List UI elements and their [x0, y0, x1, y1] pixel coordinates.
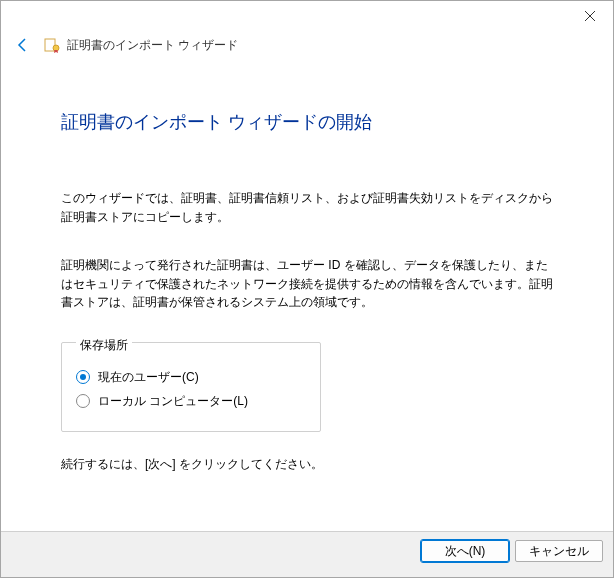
radio-current-user-label: 現在のユーザー(C)	[98, 369, 199, 386]
radio-icon	[76, 370, 90, 384]
intro-paragraph-2: 証明機関によって発行された証明書は、ユーザー ID を確認し、データを保護したり…	[61, 256, 553, 312]
intro-paragraph-1: このウィザードでは、証明書、証明書信頼リスト、および証明書失効リストをディスクか…	[61, 189, 553, 226]
radio-current-user[interactable]: 現在のユーザー(C)	[76, 369, 306, 386]
next-button[interactable]: 次へ(N)	[421, 540, 509, 562]
titlebar	[1, 1, 613, 31]
continue-instruction: 続行するには、[次へ] をクリックしてください。	[61, 456, 553, 473]
fieldset-legend: 保存場所	[76, 337, 132, 354]
store-location-fieldset: 保存場所 現在のユーザー(C) ローカル コンピューター(L)	[61, 342, 321, 432]
cancel-button[interactable]: キャンセル	[515, 540, 603, 562]
wizard-heading: 証明書のインポート ウィザードの開始	[61, 110, 553, 134]
back-button[interactable]	[13, 35, 33, 55]
wizard-footer: 次へ(N) キャンセル	[1, 531, 613, 569]
radio-local-machine-label: ローカル コンピューター(L)	[98, 393, 248, 410]
wizard-header: 証明書のインポート ウィザード	[1, 31, 613, 65]
close-button[interactable]	[567, 1, 613, 31]
close-icon	[585, 11, 595, 21]
back-arrow-icon	[15, 37, 31, 53]
radio-icon	[76, 394, 90, 408]
certificate-icon	[43, 36, 61, 54]
wizard-content: 証明書のインポート ウィザードの開始 このウィザードでは、証明書、証明書信頼リス…	[1, 65, 613, 531]
window-title: 証明書のインポート ウィザード	[67, 37, 238, 54]
radio-local-machine[interactable]: ローカル コンピューター(L)	[76, 393, 306, 410]
